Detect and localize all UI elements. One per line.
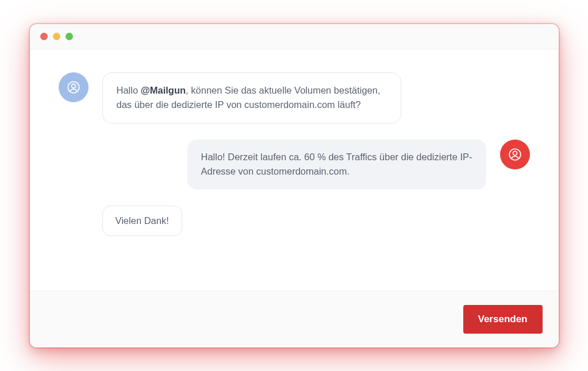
person-icon (66, 80, 81, 95)
message-text-pre: Hallo (117, 85, 141, 95)
maximize-dot-icon[interactable] (66, 33, 73, 40)
close-dot-icon[interactable] (40, 33, 48, 40)
message-bubble: Vielen Dank! (102, 206, 182, 236)
message-text: Vielen Dank! (116, 215, 169, 226)
message-text: Hallo! Derzeit laufen ca. 60 % des Traff… (201, 152, 472, 177)
window-titlebar (30, 24, 559, 49)
agent-avatar (500, 140, 530, 169)
chat-footer: Versenden (30, 291, 559, 347)
message-row-user: Vielen Dank! (59, 206, 530, 236)
user-avatar (59, 72, 89, 102)
send-button[interactable]: Versenden (463, 305, 543, 334)
message-row-agent: Hallo! Derzeit laufen ca. 60 % des Traff… (59, 140, 530, 190)
person-icon (508, 147, 522, 162)
minimize-dot-icon[interactable] (53, 33, 60, 40)
message-row-user: Hallo @Mailgun, können Sie das aktuelle … (59, 72, 530, 123)
message-bubble: Hallo! Derzeit laufen ca. 60 % des Traff… (187, 140, 486, 190)
svg-point-1 (71, 84, 75, 88)
svg-point-3 (513, 151, 517, 155)
message-bubble: Hallo @Mailgun, können Sie das aktuelle … (102, 72, 401, 123)
chat-window: Hallo @Mailgun, können Sie das aktuelle … (30, 24, 559, 347)
chat-messages: Hallo @Mailgun, können Sie das aktuelle … (30, 49, 559, 291)
mention: @Mailgun (141, 85, 186, 95)
